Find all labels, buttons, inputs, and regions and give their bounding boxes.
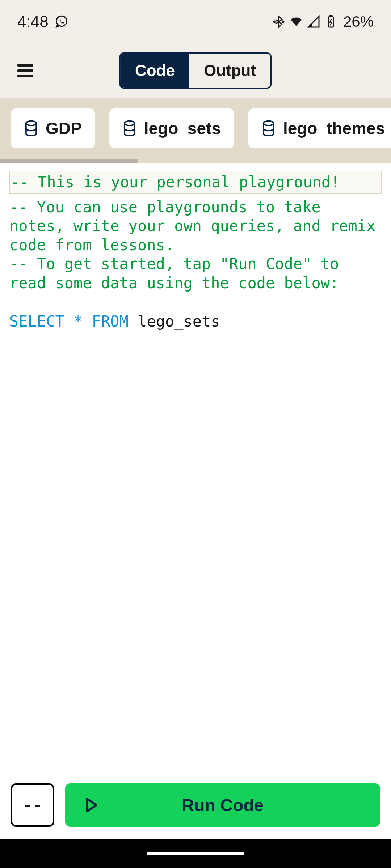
sql-identifier: lego_sets [138,312,220,330]
tables-bar-inner: GDP lego_sets lego_themes [11,109,391,148]
insert-comment-label: -- [22,795,42,815]
database-icon [24,120,38,136]
status-left: 4:48 [17,13,69,31]
code-editor[interactable]: -- This is your personal playground! -- … [0,163,391,773]
bluetooth-icon [272,15,285,28]
table-chip-lego-sets[interactable]: lego_sets [109,109,234,148]
tab-code[interactable]: Code [121,54,189,88]
android-nav-bar [0,839,391,868]
status-time: 4:48 [17,13,49,31]
code-output-toggle: Code Output [119,52,272,89]
svg-point-6 [125,121,135,126]
status-right: 26% [272,13,374,30]
hamburger-line [17,75,33,77]
table-chip-gdp[interactable]: GDP [11,109,95,148]
database-icon [261,120,276,136]
svg-rect-4 [330,16,332,17]
battery-percent: 26% [343,13,374,30]
bottom-toolbar: -- Run Code [0,773,391,839]
run-code-label: Run Code [182,795,264,815]
tables-bar[interactable]: GDP lego_sets lego_themes [0,98,391,159]
table-chip-lego-themes[interactable]: lego_themes [248,109,391,148]
insert-comment-button[interactable]: -- [11,783,54,827]
table-chip-label: lego_sets [144,119,221,138]
sql-keyword: FROM [92,312,129,330]
battery-charging-icon [324,15,337,28]
table-chip-label: GDP [46,119,82,138]
app-header: Code Output [0,43,391,98]
cellular-icon [307,15,320,28]
code-query: SELECT * FROM lego_sets [9,312,382,331]
play-icon [85,798,98,812]
svg-point-2 [282,21,284,22]
database-icon [122,120,137,136]
run-code-button[interactable]: Run Code [65,783,380,827]
sql-keyword: SELECT [9,312,64,330]
menu-button[interactable] [17,64,33,77]
table-chip-label: lego_themes [283,119,385,138]
svg-point-5 [26,121,36,126]
hamburger-line [17,64,33,67]
code-comment: -- You can use playgrounds to take notes… [9,198,375,254]
home-pill[interactable] [147,852,244,855]
status-bar: 4:48 26% [0,0,391,43]
code-comment: -- This is your personal playground! [10,173,340,191]
svg-point-1 [274,21,275,22]
whatsapp-icon [54,14,69,29]
svg-point-7 [264,121,274,126]
editor-active-line: -- This is your personal playground! [9,171,382,194]
tab-output[interactable]: Output [189,54,270,88]
code-comment: -- To get started, tap "Run Code" to rea… [9,255,339,292]
tables-scroll-thumb[interactable] [0,159,138,163]
sql-star: * [73,312,83,330]
wifi-icon [290,15,303,28]
svg-point-0 [56,16,66,26]
hamburger-line [17,69,33,72]
tables-scroll-indicator [0,159,391,163]
